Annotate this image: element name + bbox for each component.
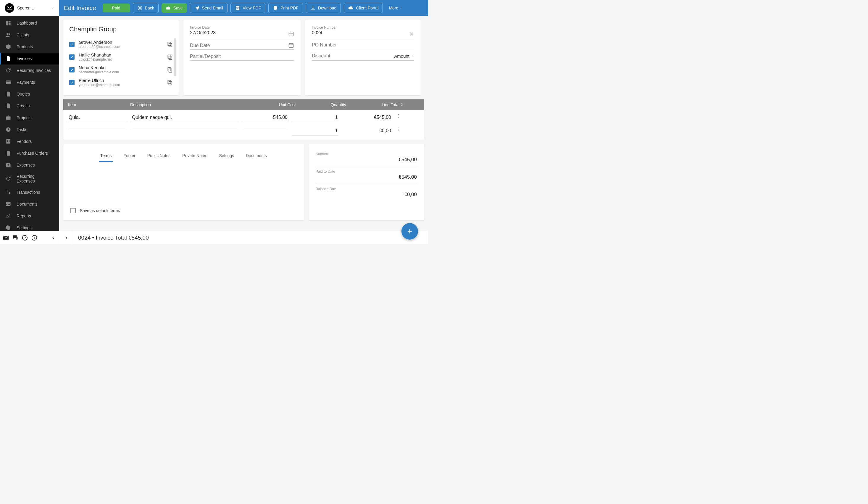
sidebar-item-projects[interactable]: Projects [0,112,59,124]
partial-field[interactable]: Partial/Deposit [190,54,294,61]
more-dropdown[interactable]: More [386,4,406,12]
clear-icon[interactable] [409,31,414,37]
item-qty-input[interactable]: 1 [292,114,339,122]
svg-rect-28 [169,69,172,72]
sidebar-item-transactions[interactable]: Transactions [0,186,59,198]
invoice-date-field[interactable]: Invoice Date 27/Oct/2023 [190,25,294,38]
forum-icon[interactable] [12,234,19,241]
copy-icon[interactable] [167,80,173,85]
discount-field[interactable]: Discount Amount [312,53,414,61]
tab-settings[interactable]: Settings [218,150,235,162]
invoice-date-label: Invoice Date [190,25,216,30]
item-name-input[interactable]: Quia. [68,114,127,122]
nav-label: Transactions [17,190,40,195]
sidebar-item-recurring-invoices[interactable]: Recurring Invoices [0,64,59,76]
contact-email: albertha69@example.com [79,45,167,49]
add-fab[interactable]: + [402,223,418,240]
send-email-button[interactable]: Send Email [190,3,228,13]
print-pdf-button[interactable]: Print PDF [268,3,303,13]
numbers-card: Invoice Number 0024 PO Number Discount A… [305,20,421,95]
sidebar-item-products[interactable]: Products [0,41,59,53]
svg-rect-33 [289,43,293,47]
item-desc-input[interactable] [131,127,238,130]
box-icon [5,44,11,50]
sidebar-item-documents[interactable]: Documents [0,198,59,210]
item-name-input[interactable] [68,127,127,130]
contact-email: oschaefer@example.com [79,70,167,74]
copy-icon[interactable] [167,41,173,47]
tab-footer[interactable]: Footer [122,150,136,162]
discount-type-dropdown[interactable]: Amount [394,54,414,59]
save-button[interactable]: Save [162,3,187,13]
checkbox-checked-icon[interactable] [69,80,74,85]
tab-terms[interactable]: Terms [99,150,113,162]
sidebar-item-invoices[interactable]: Invoices [0,53,59,64]
mail-icon[interactable] [2,234,9,241]
sidebar-item-credits[interactable]: Credits [0,100,59,112]
collapse-sidebar-icon[interactable] [50,234,57,241]
info-icon[interactable]: i [31,234,38,241]
checkbox-checked-icon[interactable] [69,42,74,47]
help-icon[interactable]: ? [21,234,28,241]
sidebar-item-tasks[interactable]: Tasks [0,124,59,135]
invoice-summary: 0024 • Invoice Total €545,00 [73,234,154,241]
svg-rect-2 [9,22,11,25]
tab-documents[interactable]: Documents [245,150,268,162]
copy-icon[interactable] [167,67,173,73]
paid-button[interactable]: Paid [103,3,130,12]
contact-row: Pierre Ullrich yanderson@example.com [69,76,173,89]
svg-point-4 [7,33,9,35]
sidebar-item-clients[interactable]: Clients [0,29,59,41]
due-date-field[interactable]: Due Date [190,42,294,50]
tab-private-notes[interactable]: Private Notes [181,150,208,162]
download-button[interactable]: Download [306,3,341,13]
sidebar-item-purchase-orders[interactable]: Purchase Orders [0,147,59,159]
invoice-number-field[interactable]: Invoice Number 0024 [312,25,414,38]
file-icon [5,150,11,156]
copy-icon[interactable] [167,54,173,60]
item-actions-icon[interactable] [396,114,405,118]
client-name[interactable]: Champlin Group [69,25,173,33]
item-actions-icon[interactable] [396,127,405,132]
item-total: €0,00 [343,127,392,135]
page-title: Edit Invoice [64,4,96,12]
sidebar-item-reports[interactable]: Reports [0,210,59,222]
terms-textarea[interactable] [70,167,297,202]
plus-icon: + [407,227,412,236]
history-forward-button[interactable] [59,231,73,244]
items-table: Item Description Unit Cost Quantity Line… [63,99,424,140]
sidebar-item-vendors[interactable]: Vendors [0,135,59,147]
sidebar-item-settings[interactable]: Settings [0,222,59,231]
sidebar-item-expenses[interactable]: Expenses [0,159,59,171]
svg-rect-15 [6,202,11,206]
tab-public-notes[interactable]: Public Notes [146,150,172,162]
contact-email: vblock@example.net [79,57,167,62]
client-portal-button[interactable]: Client Portal [344,3,383,13]
sidebar-item-quotes[interactable]: Quotes [0,88,59,100]
view-pdf-button[interactable]: PDF View PDF [230,3,265,13]
tabs: TermsFooterPublic NotesPrivate NotesSett… [70,150,297,162]
sidebar-item-dashboard[interactable]: Dashboard [0,17,59,29]
total-row: Subtotal€545,00 [316,150,417,166]
svg-rect-12 [9,140,10,141]
company-selector[interactable]: Sporer, … [0,0,59,16]
item-unit-input[interactable] [242,127,288,130]
svg-rect-14 [9,141,10,142]
item-desc-input[interactable]: Quidem neque qui. [131,114,238,122]
save-default-checkbox[interactable]: Save as default terms [70,202,297,213]
nav-label: Expenses [17,163,34,167]
sidebar-item-payments[interactable]: Payments [0,76,59,88]
sort-icon[interactable] [400,102,411,107]
po-number-field[interactable]: PO Number [312,42,414,49]
checkbox-checked-icon[interactable] [69,67,74,72]
item-unit-input[interactable]: 545.00 [242,114,288,122]
sidebar-item-recurring-expenses[interactable]: Recurring Expenses [0,171,59,186]
item-qty-input[interactable]: 1 [292,127,339,135]
logo-icon [5,3,14,13]
checkbox-checked-icon[interactable] [69,54,74,60]
svg-rect-24 [169,43,172,47]
contacts-list: Grover Anderson albertha69@example.com H… [69,38,173,89]
col-item: Item [68,102,130,107]
totals-card: Subtotal€545,00Paid to Date€545,00Balanc… [309,144,424,220]
back-button[interactable]: Back [133,3,158,13]
